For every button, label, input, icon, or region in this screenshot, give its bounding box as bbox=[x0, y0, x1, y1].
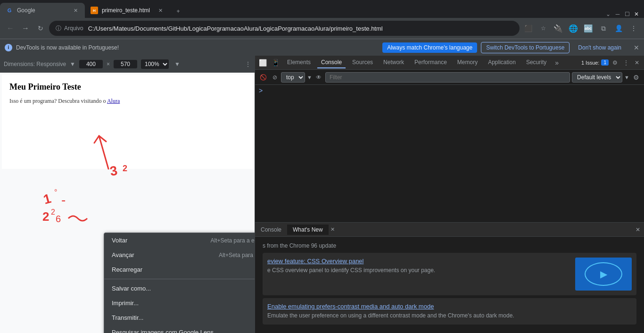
tab-security[interactable]: Security bbox=[522, 57, 550, 68]
bookmark-icon[interactable]: ☆ bbox=[537, 22, 550, 35]
feature-1-title[interactable]: eview feature: CSS Overview panel bbox=[267, 258, 570, 265]
minimize-icon[interactable]: ─ bbox=[614, 10, 621, 18]
ctx-reload-label: Recarregar bbox=[112, 266, 142, 273]
chrome-update-text: s from the Chrome 96 update bbox=[263, 242, 636, 249]
new-tab-button[interactable]: + bbox=[172, 5, 185, 18]
devtools-notification: i DevTools is now available in Portugues… bbox=[0, 39, 644, 56]
back-button[interactable]: ← bbox=[4, 22, 17, 35]
ctx-cast[interactable]: Transmitir... bbox=[104, 310, 255, 325]
ctx-save-label: Salvar como... bbox=[112, 285, 151, 292]
width-input[interactable] bbox=[79, 60, 103, 68]
svg-text:6: 6 bbox=[56, 214, 61, 224]
bottom-tabs: Console What's New ✕ ✕ bbox=[255, 223, 644, 237]
tab-google-title: Google bbox=[17, 7, 68, 14]
filter-input[interactable] bbox=[325, 72, 570, 83]
restore-icon[interactable]: ☐ bbox=[623, 10, 631, 18]
ctx-lens[interactable]: Pesquisar imagens com Google Lens bbox=[104, 325, 255, 333]
tab-console[interactable]: Console bbox=[317, 57, 346, 68]
devtools-settings-icon[interactable]: ⚙ bbox=[611, 58, 619, 68]
google-favicon: G bbox=[6, 7, 13, 14]
tab-performance[interactable]: Performance bbox=[411, 57, 451, 68]
devtools-close-icon[interactable]: ✕ bbox=[633, 58, 641, 68]
whatsnew-tab-close[interactable]: ✕ bbox=[329, 226, 337, 233]
issues-badge[interactable]: 1 Issue: 1 bbox=[581, 59, 609, 66]
feature-2-desc: Emulate the user preference on using a d… bbox=[267, 312, 632, 320]
notification-close-icon[interactable]: ✕ bbox=[634, 44, 639, 51]
console-context-select[interactable]: top bbox=[281, 72, 305, 83]
page-link[interactable]: Alura bbox=[107, 98, 120, 104]
ctx-reload[interactable]: Recarregar Ctrl+R bbox=[104, 262, 255, 277]
ctx-print[interactable]: Imprimir... Ctrl+P bbox=[104, 296, 255, 310]
page-title: Meu Primeiro Teste bbox=[9, 82, 245, 92]
profile-icon[interactable]: 👤 bbox=[612, 22, 625, 35]
close-window-icon[interactable]: ✕ bbox=[633, 10, 640, 18]
tab-html-title: primeiro_teste.html bbox=[102, 7, 153, 14]
issues-label: 1 Issue: bbox=[581, 60, 600, 66]
extensions-button[interactable]: ⧉ bbox=[597, 22, 610, 35]
tab-list-icon[interactable]: ⌄ bbox=[604, 10, 612, 18]
bottom-panel-close[interactable]: ✕ bbox=[632, 225, 644, 235]
level-select[interactable]: Default levels bbox=[572, 72, 622, 83]
tab-network[interactable]: Network bbox=[380, 57, 408, 68]
eye-icon[interactable]: 👁 bbox=[314, 73, 323, 82]
context-dropdown-icon[interactable]: ▼ bbox=[307, 75, 312, 80]
extension1-icon[interactable]: 🔌 bbox=[552, 22, 565, 35]
extension2-icon[interactable]: 🌐 bbox=[567, 22, 580, 35]
ctx-print-label: Imprimir... bbox=[112, 300, 139, 307]
address-bar: ← → ↻ ⓘ Arquivo C:/Users/Mateus/Document… bbox=[0, 18, 644, 39]
feature-item-1: eview feature: CSS Overview panel e CSS … bbox=[263, 253, 636, 295]
tab-html[interactable]: H primeiro_teste.html ✕ bbox=[85, 3, 170, 18]
ctx-forward-label: Avançar bbox=[112, 251, 134, 258]
ctx-back[interactable]: Voltar Alt+Seta para a esquerda bbox=[104, 233, 255, 248]
feature-2-title[interactable]: Enable emulating prefers-contrast media … bbox=[267, 303, 632, 310]
console-clear-button[interactable]: 🚫 bbox=[258, 73, 269, 82]
address-text: C:/Users/Mateus/Documents/GitHub/LogicaP… bbox=[88, 25, 513, 32]
address-input[interactable]: ⓘ Arquivo C:/Users/Mateus/Documents/GitH… bbox=[49, 21, 520, 36]
svg-text:2: 2 bbox=[42, 209, 49, 224]
match-language-button[interactable]: Always match Chrome's language bbox=[382, 42, 477, 53]
svg-text:°: ° bbox=[54, 188, 57, 196]
tab-google-close[interactable]: ✕ bbox=[72, 7, 79, 14]
tab-html-close[interactable]: ✕ bbox=[157, 7, 164, 14]
info-icon: i bbox=[5, 44, 12, 51]
reload-button[interactable]: ↻ bbox=[34, 22, 47, 35]
tab-application[interactable]: Application bbox=[484, 57, 520, 68]
bottom-tab-whatsnew[interactable]: What's New bbox=[287, 225, 329, 235]
console-settings-icon[interactable]: ⚙ bbox=[631, 73, 641, 82]
devtools-panel: ⬜ 📱 Elements Console Sources Network Per… bbox=[255, 56, 644, 333]
zoom-select[interactable]: 100% bbox=[141, 59, 169, 69]
ctx-forward-shortcut: Alt+Seta para a direita bbox=[219, 252, 255, 258]
tab-elements[interactable]: Elements bbox=[283, 57, 314, 68]
cast-icon[interactable]: ⬛ bbox=[521, 22, 535, 35]
viewport-more-button[interactable]: ⋮ bbox=[245, 61, 251, 67]
devtools-device-icon[interactable]: 📱 bbox=[271, 58, 281, 67]
extension3-icon[interactable]: 🔤 bbox=[582, 22, 595, 35]
thumb-inner-1: ▶ bbox=[585, 262, 622, 286]
more-tabs-icon[interactable]: » bbox=[553, 56, 561, 69]
whats-new-area: s from the Chrome 96 update eview featur… bbox=[255, 237, 644, 333]
tab-controls: ⌄ ─ ☐ ✕ bbox=[604, 10, 644, 18]
console-filter-icon[interactable]: ⊘ bbox=[271, 73, 279, 82]
devtools-more-icon[interactable]: ⋮ bbox=[621, 58, 631, 68]
issues-count: 1 bbox=[601, 59, 609, 66]
level-dropdown-icon[interactable]: ▼ bbox=[624, 75, 629, 80]
dismiss-button[interactable]: Don't show again bbox=[573, 42, 626, 53]
ctx-save[interactable]: Salvar como... Ctrl+S bbox=[104, 281, 255, 296]
console-area: > bbox=[255, 85, 644, 222]
zoom-dropdown-icon[interactable]: ▼ bbox=[174, 61, 180, 67]
tab-sources[interactable]: Sources bbox=[348, 57, 377, 68]
tab-google[interactable]: G Google ✕ bbox=[0, 3, 85, 18]
browser-viewport: Dimensions: Responsive ▼ × 100% ▼ ⋮ Meu … bbox=[0, 56, 255, 333]
tab-memory[interactable]: Memory bbox=[454, 57, 481, 68]
ctx-forward[interactable]: Avançar Alt+Seta para a direita bbox=[104, 248, 255, 262]
height-input[interactable] bbox=[114, 60, 137, 68]
page-content: Meu Primeiro Teste Isso é um programa? D… bbox=[2, 75, 253, 169]
console-toolbar: 🚫 ⊘ top ▼ 👁 Default levels ▼ ⚙ bbox=[255, 70, 644, 85]
main-area: Dimensions: Responsive ▼ × 100% ▼ ⋮ Meu … bbox=[0, 56, 644, 333]
menu-icon[interactable]: ⋮ bbox=[627, 22, 640, 35]
switch-devtools-button[interactable]: Switch DevTools to Portuguese bbox=[481, 42, 570, 53]
forward-button[interactable]: → bbox=[19, 22, 32, 35]
bottom-tab-console[interactable]: Console bbox=[255, 225, 287, 235]
devtools-inspect-icon[interactable]: ⬜ bbox=[258, 58, 268, 67]
responsive-dropdown-icon[interactable]: ▼ bbox=[70, 61, 75, 67]
